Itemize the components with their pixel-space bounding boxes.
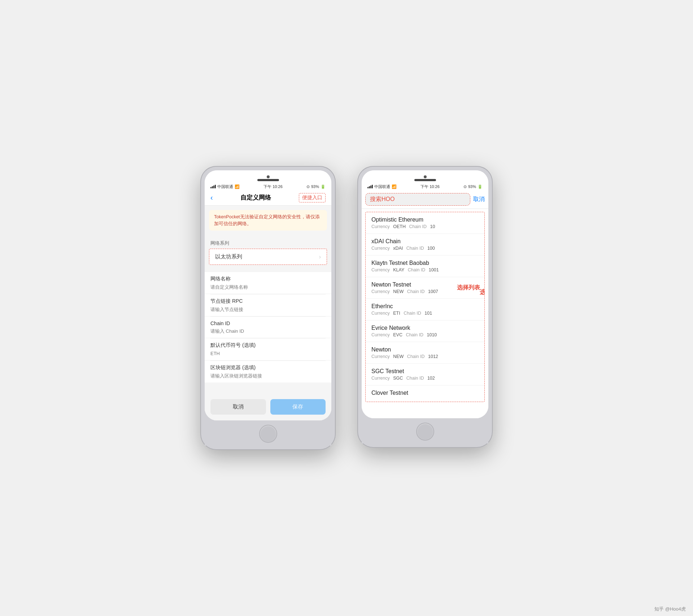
rpc-input[interactable]	[210, 307, 326, 312]
network-name-clover: Clover Testnet	[371, 390, 479, 396]
network-meta-evrice: Currency EVC Chain ID 1010	[371, 332, 479, 337]
selection-annotation: 选择列表	[480, 288, 485, 296]
status-right-left: ⊙ 93% 🔋	[306, 184, 326, 189]
rpc-group: 节点链接 RPC	[205, 294, 331, 316]
chain-id-label: Chain ID	[210, 320, 326, 326]
currency-label: 默认代币符号 (选填)	[210, 342, 326, 349]
left-phone: 中国联通 📶 下午 10:26 ⊙ 93% 🔋 ‹ 自定义网络 便捷入口	[200, 166, 336, 450]
list-item-evrice[interactable]: Evrice Network Currency EVC Chain ID 101…	[366, 320, 484, 342]
battery-left: 93%	[311, 184, 319, 189]
warning-banner: TokenPocket无法验证自定义网络的安全性，请仅添加可信任的网络。	[209, 210, 327, 231]
search-text: 搜索HOO	[370, 196, 395, 202]
time-right: 下午 10:26	[420, 184, 440, 189]
spacer-1	[205, 265, 331, 272]
explorer-group: 区块链浏览器 (选填)	[205, 361, 331, 383]
network-name-xdai: xDAI Chain	[371, 238, 479, 245]
network-meta-etherinc: Currency ETI Chain ID 101	[371, 311, 479, 316]
list-item-newton-testnet[interactable]: Newton Testnet Currency NEW Chain ID 100…	[366, 277, 484, 299]
nav-bar-right: 搜索HOO 取消	[362, 190, 488, 209]
list-item-clover[interactable]: Clover Testnet	[366, 385, 484, 402]
battery-icon-left: ⊙	[306, 184, 310, 189]
shortcut-button[interactable]: 便捷入口	[299, 193, 326, 202]
signal-icon-right	[367, 185, 373, 188]
network-meta-optimistic: Currency OETH Chain ID 10	[371, 224, 479, 229]
status-left: 中国联通 📶	[210, 184, 240, 189]
chain-id-input[interactable]	[210, 328, 326, 334]
battery-icon-right: ⊙	[463, 184, 467, 189]
camera-dot-right	[424, 175, 427, 178]
page-title-left: 自定义网络	[240, 193, 271, 202]
cancel-button[interactable]: 取消	[210, 399, 266, 415]
chevron-right-icon: ›	[319, 254, 321, 260]
network-meta-sgc: Currency SGC Chain ID 102	[371, 376, 479, 381]
home-button-right[interactable]	[416, 423, 434, 441]
status-left-right: 中国联通 📶	[367, 184, 397, 189]
network-meta-xdai: Currency xDAI Chain ID 100	[371, 246, 479, 251]
explorer-input[interactable]	[210, 373, 326, 379]
network-name-label: 网络名称	[210, 276, 326, 282]
carrier-right: 中国联通	[374, 184, 390, 189]
network-name-group: 网络名称	[205, 272, 331, 294]
bottom-buttons: 取消 保存	[205, 393, 331, 420]
time-left: 下午 10:26	[263, 184, 283, 189]
back-button-left[interactable]: ‹	[210, 193, 213, 202]
home-button-left[interactable]	[259, 425, 277, 443]
network-name-optimistic: Optimistic Ethereum	[371, 217, 479, 223]
network-name-etherinc: EtherInc	[371, 303, 479, 310]
form-section: 网络名称 节点链接 RPC Chain ID 默认代	[205, 272, 331, 383]
save-button[interactable]: 保存	[270, 399, 326, 415]
nav-bar-left: ‹ 自定义网络 便捷入口	[205, 190, 331, 206]
list-item-newton[interactable]: Newton Currency NEW Chain ID 1012	[366, 342, 484, 364]
home-button-area-left	[205, 420, 331, 446]
screen-content-right: 选择列表 Optimistic Ethereum Currency OETH C…	[362, 209, 488, 418]
spacer-2	[205, 383, 331, 393]
camera-dot-left	[267, 175, 270, 178]
network-name-sgc: SGC Testnet	[371, 368, 479, 375]
phone-top-right	[362, 170, 488, 182]
currency-input[interactable]	[210, 351, 326, 356]
battery-full-icon: 🔋	[321, 184, 326, 189]
list-item-sgc[interactable]: SGC Testnet Currency SGC Chain ID 102	[366, 364, 484, 385]
battery-right: 93%	[468, 184, 476, 189]
list-item-etherinc[interactable]: EtherInc Currency ETI Chain ID 101	[366, 299, 484, 320]
status-bar-right: 中国联通 📶 下午 10:26 ⊙ 93% 🔋	[362, 182, 488, 190]
speaker-bar-left	[257, 179, 279, 181]
network-series-value: 以太坊系列	[215, 253, 242, 260]
selection-label-inline: 选择列表	[457, 284, 480, 292]
battery-full-icon-right: 🔋	[478, 184, 483, 189]
explorer-label: 区块链浏览器 (选填)	[210, 364, 326, 371]
rpc-label: 节点链接 RPC	[210, 298, 326, 305]
watermark: 知乎 @Hoo4虎	[654, 606, 686, 612]
home-button-area-right	[362, 418, 488, 444]
right-phone: 中国联通 📶 下午 10:26 ⊙ 93% 🔋 搜索HOO 取消	[357, 166, 493, 448]
list-item-xdai[interactable]: xDAI Chain Currency xDAI Chain ID 100	[366, 234, 484, 255]
signal-icon	[210, 185, 216, 188]
cancel-search-button[interactable]: 取消	[473, 196, 485, 203]
list-item-optimistic[interactable]: Optimistic Ethereum Currency OETH Chain …	[366, 212, 484, 234]
screen-content-left: TokenPocket无法验证自定义网络的安全性，请仅添加可信任的网络。 网络系…	[205, 206, 331, 421]
phone-top-left	[205, 170, 331, 182]
speaker-bar-right	[414, 179, 436, 181]
wifi-icon-right: 📶	[392, 184, 397, 189]
status-bar-left: 中国联通 📶 下午 10:26 ⊙ 93% 🔋	[205, 182, 331, 190]
network-meta-newton: Currency NEW Chain ID 1012	[371, 354, 479, 359]
network-name-newton: Newton	[371, 346, 479, 353]
currency-group: 默认代币符号 (选填)	[205, 338, 331, 361]
list-item-klaytn[interactable]: Klaytn Testnet Baobab Currency KLAY Chai…	[366, 255, 484, 277]
network-name-klaytn: Klaytn Testnet Baobab	[371, 260, 479, 266]
network-name-evrice: Evrice Network	[371, 325, 479, 331]
network-meta-klaytn: Currency KLAY Chain ID 1001	[371, 267, 479, 272]
status-right-right: ⊙ 93% 🔋	[463, 184, 483, 189]
network-series-label: 网络系列	[205, 235, 331, 249]
carrier-left: 中国联通	[217, 184, 233, 189]
chain-id-group: Chain ID	[205, 317, 331, 338]
network-series-row[interactable]: 以太坊系列 ›	[209, 249, 327, 265]
page-container: 中国联通 📶 下午 10:26 ⊙ 93% 🔋 ‹ 自定义网络 便捷入口	[200, 166, 493, 450]
network-list-container: 选择列表 Optimistic Ethereum Currency OETH C…	[365, 212, 485, 402]
search-wrapper[interactable]: 搜索HOO	[365, 193, 470, 206]
wifi-icon: 📶	[235, 184, 240, 189]
network-name-input[interactable]	[210, 284, 326, 290]
